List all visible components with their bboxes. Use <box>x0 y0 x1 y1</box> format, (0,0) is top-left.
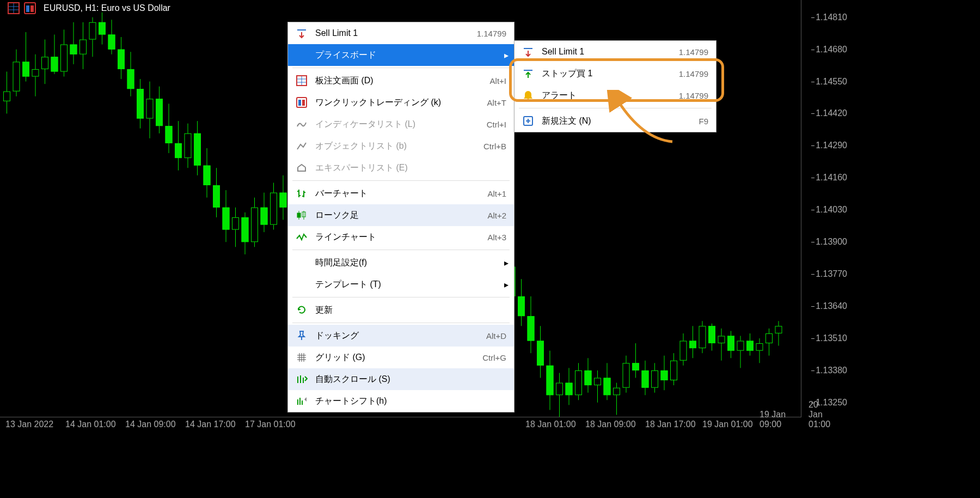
menu-item-b: オブジェクトリスト (b)Ctrl+B <box>288 135 514 157</box>
menu-item-label: アラート <box>542 90 671 101</box>
grid-icon <box>296 351 308 363</box>
svg-rect-5 <box>26 5 29 12</box>
line-chart-icon <box>296 231 308 243</box>
menu-item-[interactable]: ラインチャートAlt+3 <box>288 226 514 248</box>
menu-item-label: エキスパートリスト (E) <box>315 162 506 174</box>
y-axis-tick: 1.14550 <box>816 77 847 87</box>
menu-separator <box>292 297 510 297</box>
one-click-icon <box>296 96 308 108</box>
x-axis-tick: 20 Jan 01:00 <box>808 400 830 429</box>
svg-rect-6 <box>30 5 34 12</box>
menu-separator <box>292 180 510 181</box>
menu-item-shortcut: Alt+3 <box>487 233 506 242</box>
sell-limit-icon <box>522 46 534 58</box>
menu-item-shortcut: Alt+1 <box>487 189 506 198</box>
x-axis-tick: 14 Jan 09:00 <box>125 420 176 429</box>
menu-item-t[interactable]: テンプレート (T)▸ <box>288 274 514 295</box>
menu-item-[interactable]: プライスボード▸ <box>288 44 514 66</box>
x-axis-tick: 13 Jan 2022 <box>5 420 53 429</box>
y-axis-tick: 1.14680 <box>816 45 847 54</box>
menu-item-[interactable]: ローソク足Alt+2 <box>288 204 514 226</box>
y-axis-tick: 1.13380 <box>816 366 847 375</box>
menu-item-shortcut: F9 <box>699 117 708 126</box>
menu-item-[interactable]: ドッキングAlt+D <box>288 325 514 347</box>
menu-item-1[interactable]: ストップ買 11.14799 <box>514 63 716 84</box>
x-axis-tick: 17 Jan 01:00 <box>245 420 296 429</box>
menu-item-shortcut: Alt+2 <box>487 211 506 220</box>
y-axis-tick: 1.14290 <box>816 141 847 150</box>
y-axis-tick: 1.14420 <box>816 108 847 118</box>
sell-limit-icon <box>296 27 308 39</box>
bar-chart-icon <box>296 187 308 199</box>
svg-rect-22 <box>297 213 301 217</box>
chart-title: EURUSD, H1: Euro vs US Dollar <box>44 3 170 13</box>
menu-item-label: Sell Limit 1 <box>542 47 671 57</box>
menu-item-h[interactable]: チャートシフト(h) <box>288 390 514 412</box>
menu-item-e: エキスパートリスト (E) <box>288 157 514 179</box>
menu-item-label: 新規注文 (N) <box>542 116 691 127</box>
menu-item-label: インディケータリスト (L) <box>315 119 479 130</box>
buy-stop-icon <box>522 68 534 80</box>
menu-item-l: インディケータリスト (L)Ctrl+I <box>288 113 514 135</box>
submenu-arrow-icon: ▸ <box>504 50 509 60</box>
context-menu-priceboard: Sell Limit 11.14799ストップ買 11.14799アラート1.1… <box>514 40 716 132</box>
y-axis-tick: 1.14160 <box>816 173 847 183</box>
y-axis-tick: 1.13510 <box>816 333 847 343</box>
one-click-toolbar-icon <box>24 2 36 14</box>
menu-item-g[interactable]: グリッド (G)Ctrl+G <box>288 347 514 368</box>
menu-item-d[interactable]: 板注文画面 (D)Alt+I <box>288 70 514 92</box>
y-axis-tick: 1.13770 <box>816 269 847 279</box>
menu-item-label: オブジェクトリスト (b) <box>315 141 476 152</box>
y-axis-tick: 1.13900 <box>816 237 847 247</box>
expert-list-icon <box>296 162 308 174</box>
x-axis-tick: 14 Jan 01:00 <box>65 420 116 429</box>
menu-item-selllimit1[interactable]: Sell Limit 11.14799 <box>288 22 514 44</box>
x-axis-tick: 19 Jan 09:00 <box>759 410 801 429</box>
x-axis-tick: 19 Jan 01:00 <box>702 420 753 429</box>
refresh-icon <box>296 304 308 316</box>
context-menu-main: Sell Limit 11.14799プライスボード▸板注文画面 (D)Alt+… <box>287 22 514 412</box>
menu-item-selllimit1[interactable]: Sell Limit 11.14799 <box>514 41 716 63</box>
menu-item-label: グリッド (G) <box>315 352 475 363</box>
object-list-icon <box>296 140 308 152</box>
svg-rect-14 <box>302 100 305 106</box>
menu-item-shortcut: 1.14799 <box>477 29 506 38</box>
menu-item-shortcut: Alt+I <box>490 76 506 86</box>
menu-item-[interactable]: 更新 <box>288 299 514 321</box>
x-axis: 13 Jan 202214 Jan 01:0014 Jan 09:0014 Ja… <box>0 417 801 430</box>
y-axis-tick: 1.13640 <box>816 301 847 311</box>
menu-item-s[interactable]: 自動スクロール (S) <box>288 368 514 390</box>
menu-separator <box>292 250 510 250</box>
menu-item-[interactable]: バーチャートAlt+1 <box>288 183 514 204</box>
blank-icon <box>296 49 308 61</box>
menu-item-k[interactable]: ワンクリックトレーディング (k)Alt+T <box>288 92 514 113</box>
submenu-arrow-icon: ▸ <box>504 258 509 268</box>
x-axis-tick: 14 Jan 17:00 <box>185 420 236 429</box>
menu-separator <box>519 108 712 108</box>
submenu-arrow-icon: ▸ <box>504 280 509 290</box>
new-order-icon <box>522 115 534 127</box>
candle-chart-icon <box>296 209 308 221</box>
menu-item-n[interactable]: 新規注文 (N)F9 <box>514 110 716 132</box>
menu-item-label: 板注文画面 (D) <box>315 75 482 87</box>
y-axis: 1.148101.146801.145501.144201.142901.141… <box>801 0 849 417</box>
menu-item-shortcut: 1.14799 <box>679 69 708 78</box>
chart-shift-icon <box>296 395 308 407</box>
menu-item-f[interactable]: 時間足設定(f)▸ <box>288 252 514 274</box>
menu-separator <box>292 68 510 68</box>
menu-item-shortcut: Alt+T <box>487 98 506 107</box>
menu-item-label: ラインチャート <box>315 232 480 243</box>
menu-item-label: 自動スクロール (S) <box>315 374 506 385</box>
menu-item-shortcut: Ctrl+B <box>483 142 506 151</box>
x-axis-tick: 18 Jan 09:00 <box>585 420 636 429</box>
menu-item-label: バーチャート <box>315 188 480 199</box>
x-axis-tick: 18 Jan 01:00 <box>525 420 576 429</box>
book-order-toolbar-icon <box>8 2 20 14</box>
menu-item-label: プライスボード <box>315 50 506 61</box>
menu-separator <box>292 323 510 323</box>
menu-item-shortcut: Ctrl+I <box>487 120 506 129</box>
indicator-list-icon <box>296 118 308 130</box>
menu-item-label: ローソク足 <box>315 210 480 221</box>
blank-icon <box>296 257 308 269</box>
menu-item-[interactable]: アラート1.14799 <box>514 84 716 106</box>
